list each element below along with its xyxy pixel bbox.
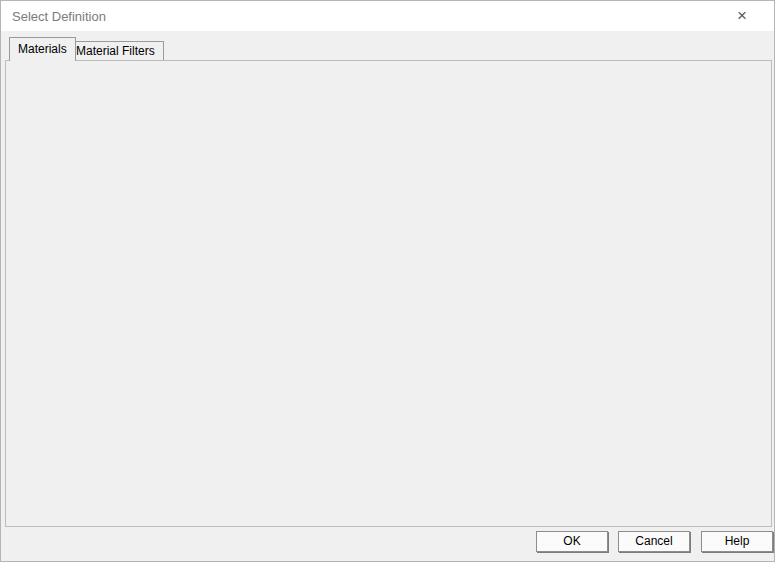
title-bar: Select Definition × <box>1 1 775 31</box>
ok-button[interactable]: OK <box>536 531 608 552</box>
tab-material-filters[interactable]: Material Filters <box>67 41 164 61</box>
tab-page <box>5 60 772 527</box>
help-button[interactable]: Help <box>701 531 773 552</box>
select-definition-dialog: Select Definition × Materials Material F… <box>0 0 775 562</box>
cancel-button[interactable]: Cancel <box>618 531 690 552</box>
tab-materials[interactable]: Materials <box>9 37 76 61</box>
close-icon[interactable]: × <box>727 3 757 29</box>
dialog-title: Select Definition <box>12 9 106 24</box>
